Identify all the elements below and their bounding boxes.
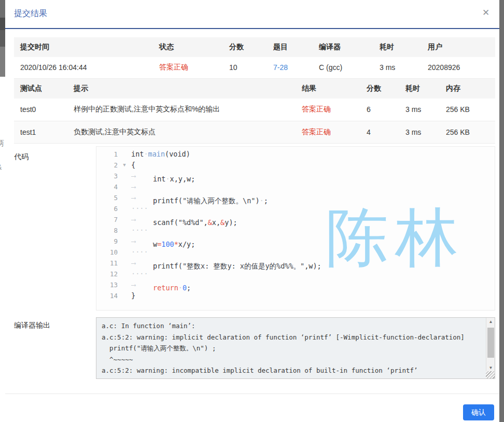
table-cell: 答案正确 bbox=[296, 121, 360, 143]
column-header: 提交时间 bbox=[14, 37, 153, 57]
fold-gutter bbox=[118, 247, 131, 258]
code-line: 9⟶w=100*x/y; bbox=[96, 236, 495, 247]
table-cell: 20208926 bbox=[422, 57, 495, 78]
column-header: 编译器 bbox=[313, 37, 373, 57]
code-line: 1int·main(void) bbox=[96, 149, 495, 160]
column-header: 题目 bbox=[267, 37, 313, 57]
column-header: 测试点 bbox=[14, 79, 67, 99]
code-line: 2▼{ bbox=[96, 160, 495, 171]
line-number: 4 bbox=[96, 181, 118, 192]
fold-gutter bbox=[118, 269, 131, 279]
code-text: ···· bbox=[131, 269, 148, 279]
code-line: 10···· bbox=[96, 247, 495, 258]
table-row: test0样例中的正数测试,注意中英文标点和%的输出答案正确63 ms256 K… bbox=[14, 99, 495, 121]
fold-gutter bbox=[118, 203, 131, 214]
line-number: 14 bbox=[96, 290, 118, 301]
compiler-output-text: a.c: In function ‘main’: a.c:5:2: warnin… bbox=[102, 320, 485, 378]
table-header-row: 测试点提示结果分数耗时内存 bbox=[14, 79, 495, 99]
compiler-output-label: 编译器输出 bbox=[14, 321, 50, 330]
scrollbar-thumb[interactable] bbox=[487, 328, 494, 358]
table-cell: test1 bbox=[14, 121, 67, 143]
table-cell: 答案正确 bbox=[153, 57, 223, 78]
submission-summary-table: 提交时间状态分数题目编译器耗时用户 2020/10/26 16:04:44答案正… bbox=[14, 37, 495, 79]
column-header: 分数 bbox=[223, 37, 267, 57]
edge-segment bbox=[0, 47, 5, 77]
column-header: 状态 bbox=[153, 37, 223, 57]
fold-gutter bbox=[118, 181, 131, 192]
table-cell: 10 bbox=[223, 57, 267, 78]
code-line: 12···· bbox=[96, 269, 495, 279]
table-cell: 256 KB bbox=[440, 99, 495, 121]
code-line: 3⟶int·x,y,w; bbox=[96, 171, 495, 181]
column-header: 内存 bbox=[440, 79, 495, 99]
column-header: 耗时 bbox=[399, 79, 440, 99]
scrollbar[interactable]: ▲ ▼ bbox=[486, 318, 495, 372]
fold-gutter bbox=[118, 225, 131, 236]
code-text: ⟶printf("请输入两个整数。\n")·; bbox=[131, 192, 268, 203]
test-points-table: 测试点提示结果分数耗时内存 test0样例中的正数测试,注意中英文标点和%的输出… bbox=[14, 79, 495, 144]
table-cell: 3 ms bbox=[399, 121, 440, 143]
modal-title: 提交结果 bbox=[14, 8, 47, 19]
code-section-label: 代码 bbox=[14, 152, 29, 162]
background-page-left-edge: 两 & : bbox=[0, 0, 5, 422]
confirm-button[interactable]: 确认 bbox=[463, 404, 494, 420]
code-line: 8···· bbox=[96, 225, 495, 236]
scroll-up-icon[interactable]: ▲ bbox=[486, 318, 495, 326]
fold-gutter bbox=[118, 236, 131, 247]
line-number: 9 bbox=[96, 236, 118, 247]
line-number: 6 bbox=[96, 203, 118, 214]
table-cell: 负数测试,注意中英文标点 bbox=[67, 121, 296, 143]
column-header: 分数 bbox=[360, 79, 399, 99]
code-text: } bbox=[131, 290, 135, 301]
code-text: ⟶int·x,y,w; bbox=[131, 171, 195, 181]
resize-handle[interactable] bbox=[486, 371, 495, 378]
code-line: 7⟶scanf("%d%d",&x,&y); bbox=[96, 214, 495, 225]
table-cell: 4 bbox=[360, 121, 399, 143]
fold-caret-icon[interactable]: ▼ bbox=[118, 160, 131, 171]
table-cell: 2020/10/26 16:04:44 bbox=[14, 57, 153, 78]
line-number: 10 bbox=[96, 247, 118, 258]
line-number: 5 bbox=[96, 192, 118, 203]
code-text: ···· bbox=[131, 225, 148, 236]
code-text: ⟶ bbox=[131, 181, 153, 192]
table-cell: test0 bbox=[14, 99, 67, 121]
table-cell: 答案正确 bbox=[296, 99, 360, 121]
column-header: 用户 bbox=[422, 37, 495, 57]
fold-gutter bbox=[118, 192, 131, 203]
code-viewer: 1int·main(void)2▼{3⟶int·x,y,w;4⟶5⟶printf… bbox=[96, 146, 495, 311]
table-row: 2020/10/26 16:04:44答案正确107-28C (gcc)3 ms… bbox=[14, 57, 495, 78]
table-cell: 3 ms bbox=[399, 99, 440, 121]
table-cell: 256 KB bbox=[440, 121, 495, 143]
code-text: ⟶scanf("%d%d",&x,&y); bbox=[131, 214, 237, 225]
table-header-row: 提交时间状态分数题目编译器耗时用户 bbox=[14, 37, 495, 57]
line-number: 2 bbox=[96, 160, 118, 171]
column-header: 提示 bbox=[67, 79, 296, 99]
background-text-fragment: & bbox=[0, 163, 2, 171]
footer-divider bbox=[5, 393, 499, 394]
edge-segment bbox=[0, 0, 5, 18]
problem-link[interactable]: 7-28 bbox=[267, 57, 313, 78]
code-line: 14} bbox=[96, 290, 495, 301]
line-number: 13 bbox=[96, 279, 118, 290]
compiler-output-textarea[interactable]: a.c: In function ‘main’: a.c:5:2: warnin… bbox=[96, 317, 495, 379]
edge-segment bbox=[0, 18, 5, 30]
code-text: ⟶w=100*x/y; bbox=[131, 236, 195, 247]
edge-segment bbox=[0, 30, 5, 47]
line-number: 1 bbox=[96, 149, 118, 160]
table-row: test1负数测试,注意中英文标点答案正确43 ms256 KB bbox=[14, 121, 495, 143]
column-header: 结果 bbox=[296, 79, 360, 99]
fold-gutter bbox=[118, 279, 131, 290]
column-header: 耗时 bbox=[373, 37, 422, 57]
close-icon[interactable]: ✕ bbox=[480, 7, 492, 19]
table-cell: 样例中的正数测试,注意中英文标点和%的输出 bbox=[67, 99, 296, 121]
background-page-right-edge bbox=[499, 0, 504, 422]
submission-result-modal: 提交结果 ✕ 提交时间状态分数题目编译器耗时用户 2020/10/26 16:0… bbox=[5, 0, 499, 422]
fold-gutter bbox=[118, 290, 131, 301]
fold-gutter bbox=[118, 149, 131, 160]
table-cell: 6 bbox=[360, 99, 399, 121]
line-number: 11 bbox=[96, 258, 118, 269]
code-text: { bbox=[131, 160, 135, 171]
code-line: 5⟶printf("请输入两个整数。\n")·; bbox=[96, 192, 495, 203]
code-text: ⟶return·0; bbox=[131, 279, 191, 290]
line-number: 12 bbox=[96, 269, 118, 279]
